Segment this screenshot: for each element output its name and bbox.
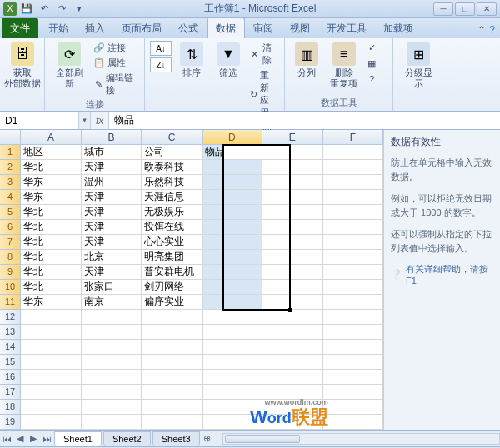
row-7[interactable]: 7 [0, 235, 21, 250]
row-13[interactable]: 13 [0, 325, 21, 340]
cell[interactable] [202, 310, 262, 325]
fx-icon[interactable]: fx [96, 115, 103, 127]
cell[interactable] [82, 355, 142, 370]
cell[interactable]: 公司 [142, 145, 202, 160]
whatif-button[interactable]: ? [364, 72, 379, 86]
sheet-nav-next[interactable]: ▶ [27, 433, 40, 444]
cell[interactable]: 天津 [82, 190, 142, 205]
qat-redo-icon[interactable]: ↷ [54, 2, 69, 17]
cell[interactable] [323, 160, 383, 175]
cell[interactable]: 华北 [21, 265, 81, 280]
tab-dev[interactable]: 开发工具 [318, 18, 375, 38]
cell[interactable] [82, 415, 142, 430]
name-box[interactable]: D1 [0, 112, 79, 129]
cell[interactable] [82, 340, 142, 355]
cell[interactable] [262, 190, 322, 205]
cell[interactable]: 无极娱乐 [142, 205, 202, 220]
cell[interactable]: 物品 [202, 145, 262, 160]
cell[interactable] [323, 295, 383, 310]
cell[interactable] [323, 145, 383, 160]
cell[interactable] [323, 400, 383, 415]
cell[interactable] [202, 355, 262, 370]
cell[interactable]: 乐然科技 [142, 175, 202, 190]
row-2[interactable]: 2 [0, 160, 21, 175]
cell[interactable] [323, 250, 383, 265]
cell[interactable]: 天涯信息 [142, 190, 202, 205]
row-8[interactable]: 8 [0, 250, 21, 265]
cell[interactable] [323, 415, 383, 430]
cell[interactable]: 普安群电机 [142, 265, 202, 280]
row-16[interactable]: 16 [0, 370, 21, 385]
cell[interactable] [142, 325, 202, 340]
cell[interactable]: 心心实业 [142, 235, 202, 250]
cell[interactable] [202, 370, 262, 385]
cell[interactable] [262, 400, 322, 415]
sheet-tab-1[interactable]: Sheet1 [54, 431, 102, 446]
cell[interactable] [262, 205, 322, 220]
consolidate-button[interactable]: ▦ [364, 57, 379, 70]
cell[interactable] [262, 385, 322, 400]
row-1[interactable]: 1 [0, 145, 21, 160]
cell[interactable]: 天津 [82, 205, 142, 220]
col-A[interactable]: A [21, 130, 81, 144]
cell[interactable] [142, 340, 202, 355]
row-5[interactable]: 5 [0, 205, 21, 220]
cell[interactable] [323, 385, 383, 400]
row-12[interactable]: 12 [0, 310, 21, 325]
cell[interactable] [142, 400, 202, 415]
cell[interactable] [82, 385, 142, 400]
sheet-nav-last[interactable]: ⏭ [40, 434, 53, 444]
cell[interactable] [262, 310, 322, 325]
cell[interactable] [142, 370, 202, 385]
sort-button[interactable]: ⇅ 排序 [175, 41, 208, 80]
maximize-button[interactable]: □ [455, 2, 475, 16]
cell[interactable]: 城市 [82, 145, 142, 160]
cell[interactable]: 南京 [82, 295, 142, 310]
cell[interactable]: 华北 [21, 205, 81, 220]
cell[interactable] [82, 325, 142, 340]
cell[interactable]: 华东 [21, 295, 81, 310]
cell[interactable] [82, 400, 142, 415]
tab-review[interactable]: 审阅 [245, 18, 282, 38]
cell[interactable] [323, 325, 383, 340]
cell[interactable] [202, 220, 262, 235]
remove-dup-button[interactable]: ≡ 删除 重复项 [327, 41, 361, 91]
cell[interactable] [262, 355, 322, 370]
cell[interactable]: 数量 [262, 145, 322, 160]
text-to-col-button[interactable]: ▥ 分列 [290, 41, 323, 80]
col-C[interactable]: C [142, 130, 202, 144]
minimize-button[interactable]: ─ [433, 2, 453, 16]
row-3[interactable]: 3 [0, 175, 21, 190]
cell[interactable] [262, 295, 322, 310]
cell[interactable] [82, 370, 142, 385]
cell[interactable] [21, 385, 81, 400]
row-19[interactable]: 19 [0, 415, 21, 430]
hscroll[interactable] [222, 433, 500, 445]
row-11[interactable]: 11 [0, 295, 21, 310]
outline-button[interactable]: ⊞ 分级显示 [398, 41, 438, 91]
cell[interactable] [82, 310, 142, 325]
formula-input[interactable]: 物品 [109, 112, 500, 129]
cell[interactable]: 华北 [21, 280, 81, 295]
cell[interactable]: 投饵在线 [142, 220, 202, 235]
tab-insert[interactable]: 插入 [77, 18, 113, 38]
cell[interactable] [202, 250, 262, 265]
tab-formula[interactable]: 公式 [170, 18, 207, 38]
cell[interactable] [202, 265, 262, 280]
cell[interactable] [202, 340, 262, 355]
cell[interactable] [262, 280, 322, 295]
edit-links-button[interactable]: ✎编辑链接 [92, 71, 139, 97]
cell[interactable] [21, 310, 81, 325]
col-B[interactable]: B [82, 130, 142, 144]
cell[interactable] [262, 250, 322, 265]
close-button[interactable]: ✕ [477, 2, 497, 16]
cell[interactable] [323, 310, 383, 325]
cell[interactable] [21, 400, 81, 415]
cell[interactable]: 天津 [82, 235, 142, 250]
cell[interactable] [142, 415, 202, 430]
sheet-nav-prev[interactable]: ◀ [13, 433, 27, 444]
select-all-corner[interactable] [0, 130, 21, 144]
help-icon[interactable]: ? [489, 24, 495, 36]
tab-home[interactable]: 开始 [40, 18, 77, 38]
get-external-data-button[interactable]: 🗄 获取 外部数据 [5, 41, 39, 91]
